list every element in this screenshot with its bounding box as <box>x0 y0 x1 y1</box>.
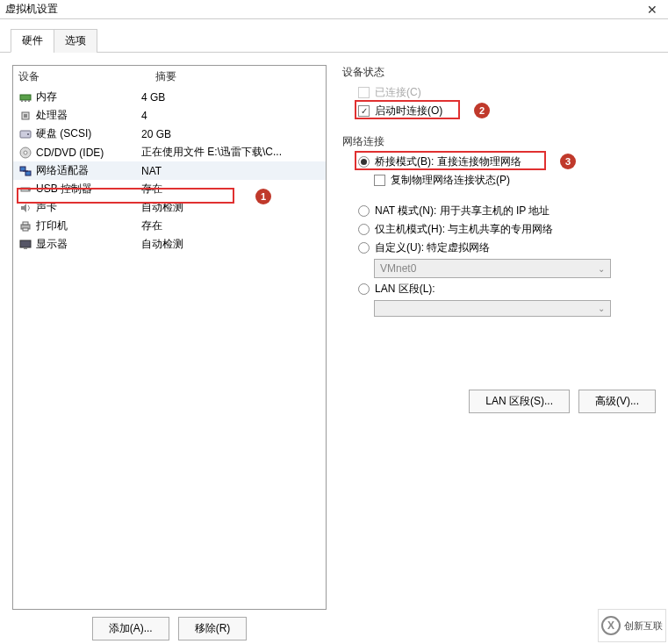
svg-rect-1 <box>21 100 23 102</box>
device-summary: 存在 <box>141 182 320 197</box>
list-item[interactable]: CD/DVD (IDE) 正在使用文件 E:\迅雷下载\C... <box>13 143 326 161</box>
tab-bar: 硬件 选项 <box>0 28 668 53</box>
connected-label: 已连接(C) <box>375 85 421 100</box>
titlebar: 虚拟机设置 ✕ <box>0 0 668 19</box>
chevron-down-icon: ⌄ <box>598 264 605 274</box>
hostonly-radio[interactable] <box>358 224 370 235</box>
left-panel: 设备 摘要 内存 4 GB 处理器 4 硬盘 <box>12 65 327 640</box>
chevron-down-icon: ⌄ <box>598 304 605 313</box>
device-summary: NAT <box>141 165 320 177</box>
advanced-button[interactable]: 高级(V)... <box>578 390 656 413</box>
device-label: 内存 <box>36 89 57 104</box>
bridged-label: 桥接模式(B): 直接连接物理网络 <box>375 154 521 169</box>
hardware-list: 设备 摘要 内存 4 GB 处理器 4 硬盘 <box>12 65 327 610</box>
remove-button[interactable]: 移除(R) <box>178 617 248 640</box>
close-icon[interactable]: ✕ <box>642 3 663 17</box>
device-summary: 自动检测 <box>141 237 320 252</box>
add-button[interactable]: 添加(A)... <box>92 617 169 640</box>
network-icon <box>18 165 32 177</box>
network-label: 网络连接 <box>342 134 656 149</box>
hostonly-label: 仅主机模式(H): 与主机共享的专用网络 <box>375 222 553 237</box>
svg-rect-2 <box>25 100 26 102</box>
replicate-checkbox[interactable] <box>374 175 385 186</box>
right-panel: 设备状态 已连接(C) 启动时连接(O) 2 网络连接 桥接模式(B): 直接连… <box>342 65 656 640</box>
nat-label: NAT 模式(N): 用于共享主机的 IP 地址 <box>375 204 549 218</box>
lan-segments-button[interactable]: LAN 区段(S)... <box>469 390 570 413</box>
cd-icon <box>18 147 32 159</box>
list-item[interactable]: 声卡 自动检测 <box>13 198 326 217</box>
usb-icon <box>18 183 32 196</box>
bridged-radio[interactable] <box>358 156 370 168</box>
window-title: 虚拟机设置 <box>5 2 58 17</box>
header-device: 设备 <box>18 69 155 84</box>
header-summary: 摘要 <box>155 69 320 84</box>
custom-label: 自定义(U): 特定虚拟网络 <box>375 240 490 255</box>
list-item[interactable]: 打印机 存在 <box>13 217 326 235</box>
cpu-icon <box>18 110 32 122</box>
memory-icon <box>18 91 32 104</box>
annotation-badge-2: 2 <box>474 103 490 118</box>
connected-checkbox <box>358 87 370 98</box>
left-buttons: 添加(A)... 移除(R) <box>12 617 327 640</box>
watermark: X 创新互联 <box>598 609 666 642</box>
device-state-group: 设备状态 已连接(C) 启动时连接(O) 2 <box>342 65 656 118</box>
device-label: 硬盘 (SCSI) <box>36 126 91 141</box>
device-summary: 20 GB <box>141 128 320 140</box>
list-item[interactable]: 硬盘 (SCSI) 20 GB <box>13 125 326 143</box>
list-item-network[interactable]: 网络适配器 NAT <box>13 161 326 180</box>
tab-options[interactable]: 选项 <box>54 29 97 53</box>
vmnet-select: VMnet0 ⌄ <box>374 259 611 278</box>
connect-poweron-checkbox[interactable] <box>358 105 370 117</box>
svg-rect-0 <box>20 95 31 100</box>
display-icon <box>18 239 32 251</box>
connect-poweron-label: 启动时连接(O) <box>375 104 442 118</box>
device-summary: 自动检测 <box>141 200 320 215</box>
device-label: 显示器 <box>36 237 68 252</box>
device-label: USB 控制器 <box>36 182 92 197</box>
lansegment-select: ⌄ <box>374 300 611 317</box>
list-item[interactable]: 显示器 自动检测 <box>13 235 326 254</box>
svg-rect-5 <box>24 114 27 118</box>
lansegment-radio[interactable] <box>358 283 370 295</box>
svg-point-9 <box>24 151 27 154</box>
list-item[interactable]: USB 控制器 存在 <box>13 180 326 198</box>
annotation-badge-1: 1 <box>255 189 271 204</box>
list-item[interactable]: 内存 4 GB <box>13 88 326 106</box>
svg-rect-14 <box>28 189 31 190</box>
device-label: 网络适配器 <box>36 163 89 178</box>
device-summary: 正在使用文件 E:\迅雷下载\C... <box>141 145 320 160</box>
svg-rect-17 <box>23 222 28 225</box>
svg-rect-20 <box>24 247 27 249</box>
sound-icon <box>18 202 32 214</box>
list-header: 设备 摘要 <box>13 66 326 88</box>
device-label: CD/DVD (IDE) <box>36 147 104 159</box>
device-summary: 存在 <box>141 218 320 233</box>
printer-icon <box>18 220 32 233</box>
network-group: 网络连接 桥接模式(B): 直接连接物理网络 3 复制物理网络连接状态(P) N… <box>342 134 656 317</box>
device-label: 声卡 <box>36 200 57 215</box>
svg-rect-6 <box>20 131 31 138</box>
svg-rect-18 <box>23 228 28 231</box>
replicate-label: 复制物理网络连接状态(P) <box>391 173 510 188</box>
nat-radio[interactable] <box>358 205 370 217</box>
svg-rect-19 <box>20 240 31 247</box>
tab-hardware[interactable]: 硬件 <box>11 29 54 53</box>
device-summary: 4 GB <box>141 91 320 104</box>
vmnet-value: VMnet0 <box>380 262 416 275</box>
annotation-badge-3: 3 <box>560 154 576 169</box>
list-item[interactable]: 处理器 4 <box>13 106 326 125</box>
watermark-logo-icon: X <box>601 616 621 635</box>
lansegment-label: LAN 区段(L): <box>375 282 435 297</box>
svg-marker-15 <box>21 204 26 212</box>
device-state-label: 设备状态 <box>342 65 656 80</box>
device-summary: 4 <box>141 110 320 122</box>
right-buttons: LAN 区段(S)... 高级(V)... <box>469 390 656 413</box>
content-area: 设备 摘要 内存 4 GB 处理器 4 硬盘 <box>0 53 668 644</box>
device-label: 处理器 <box>36 108 68 123</box>
svg-rect-11 <box>25 171 31 175</box>
svg-rect-10 <box>20 167 25 171</box>
watermark-text: 创新互联 <box>624 620 663 631</box>
device-label: 打印机 <box>36 218 68 233</box>
svg-rect-3 <box>28 100 30 102</box>
custom-radio[interactable] <box>358 242 370 254</box>
